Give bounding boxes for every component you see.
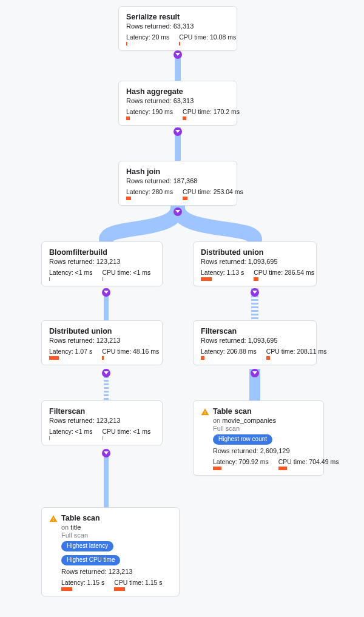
latency-bar — [61, 587, 104, 591]
latency-bar — [126, 42, 169, 46]
latency-label: Latency: 709.92 ms — [213, 458, 269, 465]
node-title: Bloomfilterbuild — [49, 248, 155, 257]
cpu-bar — [179, 42, 236, 46]
cpu-bar — [114, 587, 162, 591]
node-table-scan-movie-companies[interactable]: Table scan on movie_companies Full scan … — [193, 400, 324, 476]
cpu-bar — [266, 356, 327, 360]
node-filterscan-left[interactable]: Filterscan Rows returned: 123,213 Latenc… — [41, 400, 163, 445]
node-title: Table scan — [213, 407, 339, 416]
collapse-toggle[interactable] — [102, 449, 110, 457]
collapse-toggle[interactable] — [251, 288, 259, 297]
node-distributed-union-left[interactable]: Distributed union Rows returned: 123,213… — [41, 320, 163, 365]
badge-highest-cpu: Highest CPU time — [61, 555, 120, 565]
node-title: Hash join — [126, 167, 229, 176]
rows-returned: Rows returned: 123,213 — [49, 337, 155, 344]
latency-label: Latency: 190 ms — [126, 108, 173, 115]
collapse-toggle[interactable] — [174, 127, 182, 136]
cpu-label: CPU time: 286.54 ms — [254, 269, 314, 276]
cpu-label: CPU time: 10.08 ms — [179, 33, 236, 41]
node-hash-aggregate[interactable]: Hash aggregate Rows returned: 63,313 Lat… — [118, 81, 237, 126]
latency-bar — [49, 436, 93, 440]
cpu-bar — [254, 277, 314, 281]
cpu-bar — [103, 436, 151, 440]
node-table-scan-title[interactable]: Table scan on title Full scan Highest la… — [41, 507, 180, 596]
cpu-label: CPU time: <1 ms — [103, 269, 151, 276]
cpu-label: CPU time: 208.11 ms — [266, 348, 327, 355]
latency-bar — [201, 356, 257, 360]
cpu-label: CPU time: 1.15 s — [114, 579, 162, 586]
rows-returned: Rows returned: 63,313 — [126, 97, 229, 104]
collapse-toggle[interactable] — [102, 369, 110, 377]
scan-type: Full scan — [213, 425, 339, 432]
rows-returned: Rows returned: 1,093,695 — [201, 258, 309, 265]
latency-label: Latency: <1 ms — [49, 269, 93, 276]
node-hash-join[interactable]: Hash join Rows returned: 187,368 Latency… — [118, 161, 237, 206]
latency-label: Latency: 20 ms — [126, 33, 169, 41]
latency-bar — [49, 356, 92, 360]
collapse-toggle[interactable] — [251, 369, 259, 377]
node-title: Hash aggregate — [126, 87, 229, 96]
latency-label: Latency: 206.88 ms — [201, 348, 257, 355]
cpu-bar — [103, 277, 151, 281]
collapse-toggle[interactable] — [174, 207, 182, 216]
node-serialize-result[interactable]: Serialize result Rows returned: 63,313 L… — [118, 6, 237, 51]
warning-icon — [49, 514, 58, 523]
node-bloomfilterbuild[interactable]: Bloomfilterbuild Rows returned: 123,213 … — [41, 241, 163, 286]
latency-bar — [213, 467, 269, 470]
rows-returned: Rows returned: 123,213 — [61, 568, 172, 575]
scan-type: Full scan — [61, 531, 172, 539]
node-title: Distributed union — [49, 327, 155, 335]
node-title: Serialize result — [126, 13, 229, 21]
node-filterscan-right[interactable]: Filterscan Rows returned: 1,093,695 Late… — [193, 320, 317, 365]
warning-icon — [201, 408, 209, 416]
latency-label: Latency: 1.15 s — [61, 579, 104, 586]
cpu-bar — [102, 356, 159, 360]
table-on: on title — [61, 524, 172, 531]
rows-returned: Rows returned: 187,368 — [126, 177, 229, 184]
cpu-label: CPU time: 253.04 ms — [183, 188, 243, 195]
collapse-toggle[interactable] — [174, 50, 182, 59]
cpu-label: CPU time: <1 ms — [103, 428, 151, 435]
badges: Highest latency Highest CPU time — [61, 541, 172, 565]
cpu-bar — [183, 116, 240, 120]
node-title: Table scan — [61, 514, 172, 522]
cpu-bar — [183, 197, 243, 200]
rows-returned: Rows returned: 123,213 — [49, 258, 155, 265]
latency-label: Latency: 1.13 s — [201, 269, 244, 276]
latency-label: Latency: <1 ms — [49, 428, 93, 435]
latency-bar — [49, 277, 93, 281]
latency-label: Latency: 1.07 s — [49, 348, 92, 355]
cpu-label: CPU time: 704.49 ms — [278, 458, 339, 465]
latency-bar — [126, 116, 173, 120]
collapse-toggle[interactable] — [102, 288, 110, 297]
latency-label: Latency: 280 ms — [126, 188, 173, 195]
node-distributed-union-right[interactable]: Distributed union Rows returned: 1,093,6… — [193, 241, 317, 286]
badge-highest-row-count: Highest row count — [213, 434, 272, 445]
badges: Highest row count — [213, 434, 339, 445]
latency-bar — [201, 277, 244, 281]
node-title: Filterscan — [49, 407, 155, 416]
rows-returned: Rows returned: 123,213 — [49, 417, 155, 424]
table-on: on movie_companies — [213, 417, 339, 424]
cpu-label: CPU time: 48.16 ms — [102, 348, 159, 355]
rows-returned: Rows returned: 2,609,129 — [213, 447, 339, 454]
cpu-label: CPU time: 170.2 ms — [183, 108, 240, 115]
node-title: Distributed union — [201, 248, 309, 257]
cpu-bar — [278, 467, 339, 470]
node-title: Filterscan — [201, 327, 309, 335]
rows-returned: Rows returned: 1,093,695 — [201, 337, 309, 344]
badge-highest-latency: Highest latency — [61, 541, 113, 551]
rows-returned: Rows returned: 63,313 — [126, 22, 229, 30]
latency-bar — [126, 197, 173, 200]
